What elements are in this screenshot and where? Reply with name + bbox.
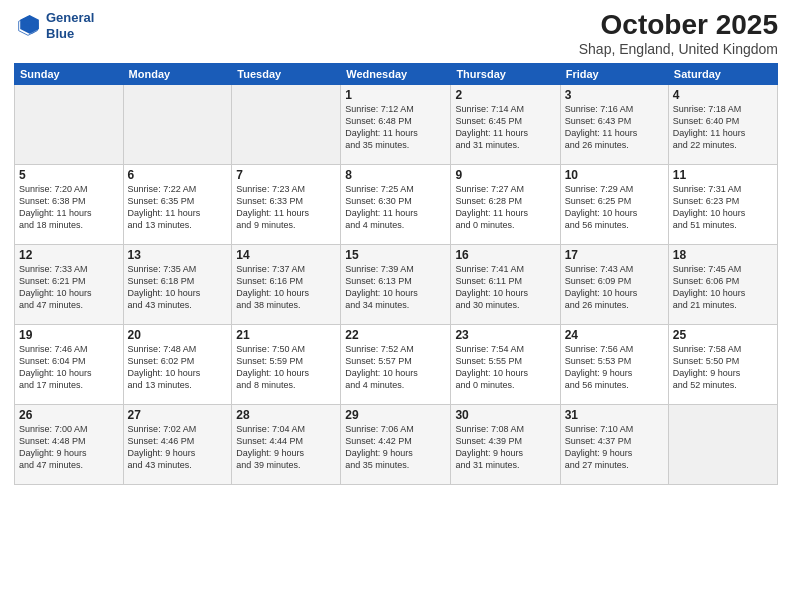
table-row: 22Sunrise: 7:52 AM Sunset: 5:57 PM Dayli… [341,324,451,404]
day-number: 19 [19,328,119,342]
day-info: Sunrise: 7:58 AM Sunset: 5:50 PM Dayligh… [673,343,773,392]
day-number: 20 [128,328,228,342]
table-row: 14Sunrise: 7:37 AM Sunset: 6:16 PM Dayli… [232,244,341,324]
day-info: Sunrise: 7:33 AM Sunset: 6:21 PM Dayligh… [19,263,119,312]
table-row: 6Sunrise: 7:22 AM Sunset: 6:35 PM Daylig… [123,164,232,244]
day-info: Sunrise: 7:35 AM Sunset: 6:18 PM Dayligh… [128,263,228,312]
calendar-week-row: 5Sunrise: 7:20 AM Sunset: 6:38 PM Daylig… [15,164,778,244]
table-row: 20Sunrise: 7:48 AM Sunset: 6:02 PM Dayli… [123,324,232,404]
table-row: 24Sunrise: 7:56 AM Sunset: 5:53 PM Dayli… [560,324,668,404]
day-info: Sunrise: 7:41 AM Sunset: 6:11 PM Dayligh… [455,263,555,312]
day-number: 14 [236,248,336,262]
day-info: Sunrise: 7:37 AM Sunset: 6:16 PM Dayligh… [236,263,336,312]
table-row: 4Sunrise: 7:18 AM Sunset: 6:40 PM Daylig… [668,84,777,164]
day-info: Sunrise: 7:12 AM Sunset: 6:48 PM Dayligh… [345,103,446,152]
day-info: Sunrise: 7:27 AM Sunset: 6:28 PM Dayligh… [455,183,555,232]
day-number: 25 [673,328,773,342]
col-sunday: Sunday [15,63,124,84]
table-row [668,404,777,484]
table-row: 8Sunrise: 7:25 AM Sunset: 6:30 PM Daylig… [341,164,451,244]
day-number: 3 [565,88,664,102]
day-number: 5 [19,168,119,182]
table-row: 16Sunrise: 7:41 AM Sunset: 6:11 PM Dayli… [451,244,560,324]
day-number: 18 [673,248,773,262]
location-title: Shap, England, United Kingdom [579,41,778,57]
day-number: 23 [455,328,555,342]
col-thursday: Thursday [451,63,560,84]
table-row: 5Sunrise: 7:20 AM Sunset: 6:38 PM Daylig… [15,164,124,244]
day-info: Sunrise: 7:48 AM Sunset: 6:02 PM Dayligh… [128,343,228,392]
day-number: 28 [236,408,336,422]
calendar-header-row: Sunday Monday Tuesday Wednesday Thursday… [15,63,778,84]
page-header: General Blue October 2025 Shap, England,… [14,10,778,57]
table-row: 27Sunrise: 7:02 AM Sunset: 4:46 PM Dayli… [123,404,232,484]
day-number: 7 [236,168,336,182]
day-number: 11 [673,168,773,182]
day-info: Sunrise: 7:20 AM Sunset: 6:38 PM Dayligh… [19,183,119,232]
day-info: Sunrise: 7:50 AM Sunset: 5:59 PM Dayligh… [236,343,336,392]
day-number: 30 [455,408,555,422]
day-info: Sunrise: 7:16 AM Sunset: 6:43 PM Dayligh… [565,103,664,152]
day-info: Sunrise: 7:02 AM Sunset: 4:46 PM Dayligh… [128,423,228,472]
day-info: Sunrise: 7:06 AM Sunset: 4:42 PM Dayligh… [345,423,446,472]
day-info: Sunrise: 7:25 AM Sunset: 6:30 PM Dayligh… [345,183,446,232]
col-saturday: Saturday [668,63,777,84]
calendar-week-row: 19Sunrise: 7:46 AM Sunset: 6:04 PM Dayli… [15,324,778,404]
page-container: General Blue October 2025 Shap, England,… [0,0,792,612]
table-row: 7Sunrise: 7:23 AM Sunset: 6:33 PM Daylig… [232,164,341,244]
logo-text: General Blue [46,10,94,41]
day-number: 9 [455,168,555,182]
day-number: 17 [565,248,664,262]
table-row: 12Sunrise: 7:33 AM Sunset: 6:21 PM Dayli… [15,244,124,324]
table-row: 30Sunrise: 7:08 AM Sunset: 4:39 PM Dayli… [451,404,560,484]
day-number: 24 [565,328,664,342]
day-number: 10 [565,168,664,182]
logo: General Blue [14,10,94,41]
day-info: Sunrise: 7:14 AM Sunset: 6:45 PM Dayligh… [455,103,555,152]
col-friday: Friday [560,63,668,84]
table-row: 17Sunrise: 7:43 AM Sunset: 6:09 PM Dayli… [560,244,668,324]
day-info: Sunrise: 7:23 AM Sunset: 6:33 PM Dayligh… [236,183,336,232]
calendar-week-row: 12Sunrise: 7:33 AM Sunset: 6:21 PM Dayli… [15,244,778,324]
table-row: 10Sunrise: 7:29 AM Sunset: 6:25 PM Dayli… [560,164,668,244]
day-info: Sunrise: 7:22 AM Sunset: 6:35 PM Dayligh… [128,183,228,232]
day-number: 15 [345,248,446,262]
day-info: Sunrise: 7:54 AM Sunset: 5:55 PM Dayligh… [455,343,555,392]
day-number: 8 [345,168,446,182]
table-row: 26Sunrise: 7:00 AM Sunset: 4:48 PM Dayli… [15,404,124,484]
day-info: Sunrise: 7:39 AM Sunset: 6:13 PM Dayligh… [345,263,446,312]
table-row: 28Sunrise: 7:04 AM Sunset: 4:44 PM Dayli… [232,404,341,484]
table-row: 23Sunrise: 7:54 AM Sunset: 5:55 PM Dayli… [451,324,560,404]
table-row: 3Sunrise: 7:16 AM Sunset: 6:43 PM Daylig… [560,84,668,164]
day-info: Sunrise: 7:18 AM Sunset: 6:40 PM Dayligh… [673,103,773,152]
table-row: 25Sunrise: 7:58 AM Sunset: 5:50 PM Dayli… [668,324,777,404]
table-row: 29Sunrise: 7:06 AM Sunset: 4:42 PM Dayli… [341,404,451,484]
day-info: Sunrise: 7:52 AM Sunset: 5:57 PM Dayligh… [345,343,446,392]
table-row: 2Sunrise: 7:14 AM Sunset: 6:45 PM Daylig… [451,84,560,164]
table-row: 31Sunrise: 7:10 AM Sunset: 4:37 PM Dayli… [560,404,668,484]
day-number: 29 [345,408,446,422]
title-block: October 2025 Shap, England, United Kingd… [579,10,778,57]
col-wednesday: Wednesday [341,63,451,84]
day-info: Sunrise: 7:08 AM Sunset: 4:39 PM Dayligh… [455,423,555,472]
day-number: 12 [19,248,119,262]
day-number: 26 [19,408,119,422]
day-info: Sunrise: 7:56 AM Sunset: 5:53 PM Dayligh… [565,343,664,392]
day-info: Sunrise: 7:00 AM Sunset: 4:48 PM Dayligh… [19,423,119,472]
day-number: 13 [128,248,228,262]
day-info: Sunrise: 7:46 AM Sunset: 6:04 PM Dayligh… [19,343,119,392]
day-number: 2 [455,88,555,102]
day-info: Sunrise: 7:04 AM Sunset: 4:44 PM Dayligh… [236,423,336,472]
calendar-week-row: 26Sunrise: 7:00 AM Sunset: 4:48 PM Dayli… [15,404,778,484]
table-row: 13Sunrise: 7:35 AM Sunset: 6:18 PM Dayli… [123,244,232,324]
logo-icon [14,12,42,40]
day-info: Sunrise: 7:45 AM Sunset: 6:06 PM Dayligh… [673,263,773,312]
day-number: 6 [128,168,228,182]
col-tuesday: Tuesday [232,63,341,84]
calendar-week-row: 1Sunrise: 7:12 AM Sunset: 6:48 PM Daylig… [15,84,778,164]
table-row: 9Sunrise: 7:27 AM Sunset: 6:28 PM Daylig… [451,164,560,244]
day-number: 4 [673,88,773,102]
table-row: 11Sunrise: 7:31 AM Sunset: 6:23 PM Dayli… [668,164,777,244]
table-row [123,84,232,164]
table-row [232,84,341,164]
